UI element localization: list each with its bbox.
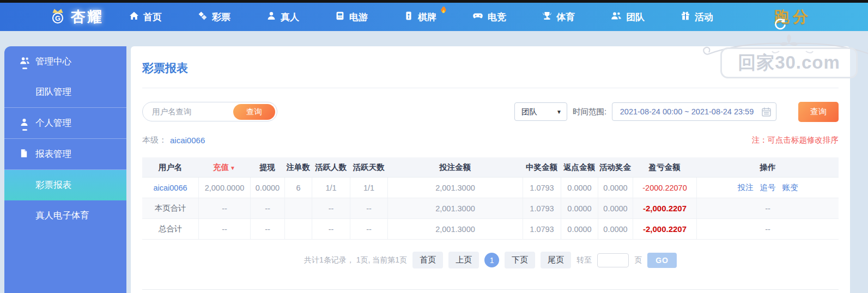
icon-underline [22, 68, 27, 69]
home-icon [129, 11, 139, 23]
col-header-win-amount[interactable]: 中奖金额 [523, 162, 561, 173]
goto-page-input[interactable] [597, 253, 629, 267]
next-page-button[interactable]: 下页 [505, 252, 535, 268]
title-divider [142, 88, 839, 88]
query-button[interactable]: 查询 [798, 102, 839, 122]
win-amount-cell: 1.0793 [523, 178, 561, 198]
nav-menu: 首页 彩票 真人 电游 棋牌 电竞 [111, 3, 731, 31]
right-filters: 团队 ▼ 时间范围: 查询 [514, 102, 839, 122]
filter-row: 查询 团队 ▼ 时间范围: 查询 [142, 101, 839, 122]
col-header-bet-amount[interactable]: 投注金额 [387, 162, 523, 173]
team-icon [611, 11, 622, 23]
table-row-grand-total: 总合计 -- -- -- -- 2,001.3000 1.0793 0.0000… [142, 219, 839, 240]
username-cell-link[interactable]: aicai0066 [142, 178, 198, 198]
nav-item-egames[interactable]: 电游 [317, 3, 386, 31]
level-username-link[interactable]: aicai0066 [170, 136, 205, 145]
scope-select[interactable]: 团队 ▼ [514, 102, 567, 121]
page-unit-label: 页 [634, 255, 642, 265]
icon-underline [22, 129, 27, 131]
sidebar-item-lottery-report[interactable]: 彩票报表 [4, 170, 126, 200]
col-header-actions: 操作 [696, 162, 839, 173]
action-account-change-link[interactable]: 账变 [782, 182, 798, 193]
users-icon [20, 56, 30, 68]
col-header-rebate-amount[interactable]: 返点金额 [561, 162, 598, 173]
active-days-cell: 1/1 [350, 178, 387, 198]
username-search-input[interactable] [143, 107, 233, 116]
action-bets-link[interactable]: 投注 [738, 182, 754, 193]
sidebar-item-personal-management[interactable]: 个人管理 [4, 108, 126, 138]
nav-item-lottery[interactable]: 彩票 [180, 3, 248, 31]
last-page-button[interactable]: 尾页 [541, 252, 571, 268]
current-page-button[interactable]: 1 [484, 253, 499, 267]
nav-item-team[interactable]: 团队 [593, 3, 663, 31]
nav-item-home[interactable]: 首页 [111, 3, 180, 31]
mahjong-tile-icon [404, 11, 414, 23]
prev-page-button[interactable]: 上页 [448, 252, 479, 268]
go-button[interactable]: GO [647, 253, 677, 268]
profit-loss-total-cell: -2,000.2207 [633, 219, 696, 239]
chevron-down-icon: ▼ [556, 109, 562, 115]
table-header-row: 用户名 充值▼ 提现 注单数 活跃人数 活跃天数 投注金额 中奖金额 返点金额 … [142, 157, 839, 178]
profit-loss-cell: -2000.22070 [633, 178, 696, 198]
table-row-user: aicai0066 2,000.0000 0.0000 6 1/1 1/1 2,… [142, 178, 839, 198]
pagination-summary: 共计1条记录， 1页, 当前第1页 [304, 255, 407, 265]
first-page-button[interactable]: 首页 [412, 252, 443, 268]
col-header-profit-loss[interactable]: 盈亏金额 [633, 162, 696, 173]
sidebar-item-live-electronic-sports[interactable]: 真人电子体育 [4, 200, 126, 231]
bottom-divider [142, 289, 839, 290]
action-chase-link[interactable]: 追号 [760, 182, 776, 193]
page-title: 彩票报表 [142, 60, 839, 76]
row-label: 总合计 [142, 219, 198, 239]
col-header-username[interactable]: 用户名 [142, 162, 198, 173]
trophy-icon [542, 11, 552, 23]
crown-emblem-icon: G [48, 6, 68, 28]
flame-badge-icon [440, 5, 448, 17]
bet-amount-cell: 2,001.3000 [387, 178, 523, 198]
nav-item-sports[interactable]: 体育 [524, 3, 593, 31]
top-navbar: G 杏耀 首页 彩票 真人 电游 棋牌 [0, 3, 868, 31]
nav-item-live[interactable]: 真人 [248, 3, 317, 31]
sidebar-item-team-management[interactable]: 团队管理 [4, 77, 126, 107]
brand-logo[interactable]: G 杏耀 [48, 6, 104, 28]
col-header-active-days[interactable]: 活跃天数 [350, 162, 387, 173]
pagination: 共计1条记录， 1页, 当前第1页 首页 上页 1 下页 尾页 转至 页 GO [142, 252, 839, 268]
col-header-bet-count[interactable]: 注单数 [284, 162, 312, 173]
level-label: 本级： [142, 135, 167, 145]
gamepad-icon [472, 11, 483, 23]
svg-text:G: G [55, 15, 60, 22]
sidebar-item-report-management[interactable]: 报表管理 [4, 139, 126, 169]
person-icon [266, 11, 276, 23]
col-header-deposit[interactable]: 充值▼ [198, 162, 250, 173]
nav-item-esports[interactable]: 电竞 [454, 3, 524, 31]
brand-name: 杏耀 [71, 7, 104, 27]
row-actions-cell: 投注 追号 账变 [696, 178, 839, 198]
report-table: 用户名 充值▼ 提现 注单数 活跃人数 活跃天数 投注金额 中奖金额 返点金额 … [142, 157, 839, 240]
col-header-activity-bonus[interactable]: 活动奖金 [598, 162, 633, 173]
nav-item-activities[interactable]: 活动 [663, 3, 731, 31]
sort-desc-icon: ▼ [230, 165, 235, 171]
rebate-cell: 0.0000 [561, 178, 598, 198]
content-card: 彩票报表 查询 团队 ▼ 时间范围: 查询 [131, 46, 850, 293]
gift-icon [681, 11, 690, 23]
sidebar-item-management-center[interactable]: 管理中心 [4, 46, 126, 77]
sidebar: 管理中心 团队管理 个人管理 报表管理 彩票报表 真人电子体育 [4, 46, 126, 293]
col-header-withdraw[interactable]: 提现 [250, 162, 284, 173]
time-range-label: 时间范围: [573, 107, 606, 117]
nav-item-boardgames[interactable]: 棋牌 [386, 3, 454, 31]
sort-note: 注：可点击标题修改排序 [752, 135, 839, 145]
tickets-icon [198, 11, 208, 23]
calendar-icon[interactable] [761, 107, 772, 117]
date-range-field [612, 102, 776, 121]
document-icon [20, 149, 28, 160]
table-row-page-total: 本页合计 -- -- -- -- 2,001.3000 1.0793 0.000… [142, 198, 839, 219]
paofen-logo[interactable]: 跑分 [774, 7, 811, 27]
bet-count-cell: 6 [284, 178, 312, 198]
user-icon [20, 118, 29, 129]
username-search-button[interactable]: 查询 [233, 104, 275, 120]
bonus-cell: 0.0000 [598, 178, 633, 198]
date-range-input[interactable] [612, 107, 761, 116]
withdraw-cell: 0.0000 [250, 178, 284, 198]
active-users-cell: 1/1 [312, 178, 350, 198]
scope-select-value: 团队 [521, 107, 537, 117]
col-header-active-users[interactable]: 活跃人数 [312, 162, 350, 173]
